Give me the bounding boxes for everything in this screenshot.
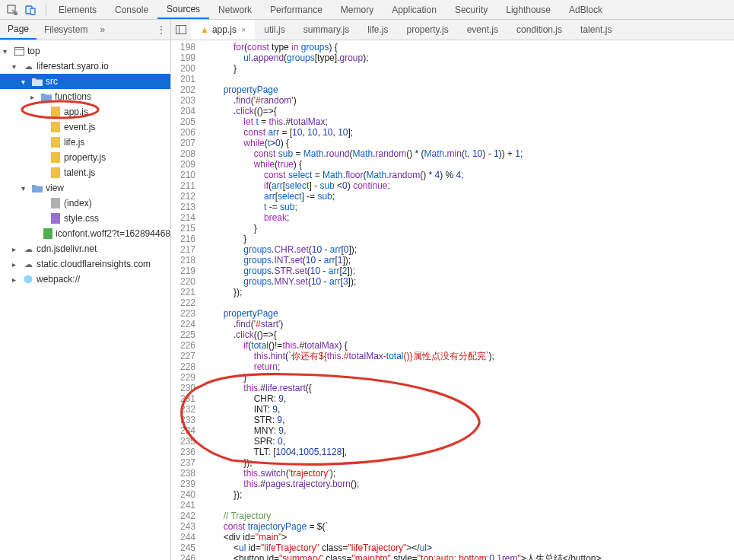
more-tabs-icon[interactable]: »: [95, 24, 110, 35]
open-file-tabs: ▲app.js×util.jssummary.jslife.jsproperty…: [191, 20, 621, 40]
file-navigator[interactable]: ▾ top ▾ ☁ liferestart.syaro.io ▾ src ▸ f…: [0, 40, 171, 560]
file-tab-event-js[interactable]: event.js: [458, 20, 507, 40]
file-tab-label: app.js: [212, 24, 237, 35]
tree-domain[interactable]: ▸ webpack://: [0, 272, 170, 287]
tree-folder-view[interactable]: ▾ view: [0, 180, 170, 196]
tree-label: static.cloudflareinsights.com: [37, 259, 151, 269]
svg-rect-14: [43, 228, 52, 239]
file-icon: [50, 198, 61, 208]
devtools-tab-security[interactable]: Security: [446, 0, 497, 19]
tree-label: cdn.jsdelivr.net: [37, 243, 97, 254]
tree-folder-src[interactable]: ▾ src: [0, 74, 170, 89]
file-tab-condition-js[interactable]: condition.js: [507, 20, 571, 40]
close-icon[interactable]: ×: [241, 25, 246, 34]
folder-icon: [32, 183, 43, 193]
folder-icon: [41, 91, 52, 102]
device-toggle-icon[interactable]: [23, 2, 38, 18]
line-gutter: 1981992002012022032042052062072082092102…: [171, 40, 203, 560]
editor-toolbar: ▲app.js×util.jssummary.jslife.jsproperty…: [171, 20, 621, 40]
tree-label: event.js: [64, 122, 95, 132]
tree-file-event-js[interactable]: event.js: [0, 119, 170, 135]
file-tab-label: summary.js: [303, 24, 349, 35]
warning-icon: ▲: [200, 24, 209, 35]
tree-label: functions: [55, 91, 91, 102]
cloud-icon: ☁: [23, 243, 33, 254]
code-editor[interactable]: 1981992002012022032042052062072082092102…: [171, 40, 734, 560]
tree-file-talent-js[interactable]: talent.js: [0, 165, 170, 180]
devtools-tab-adblock[interactable]: AdBlock: [560, 0, 612, 19]
js-file-icon: [50, 122, 61, 132]
tree-label: talent.js: [64, 167, 95, 178]
file-tab-label: condition.js: [516, 24, 562, 35]
tree-label: iconfont.woff2?t=162894468: [56, 228, 170, 239]
devtools-tab-console[interactable]: Console: [106, 0, 157, 19]
svg-rect-8: [51, 122, 60, 132]
devtools-tab-lighthouse[interactable]: Lighthouse: [497, 0, 560, 19]
file-tab-util-js[interactable]: util.js: [255, 20, 294, 40]
devtools-header: ElementsConsoleSourcesNetworkPerformance…: [0, 0, 734, 20]
tree-label: life.js: [64, 137, 84, 148]
file-tab-app-js[interactable]: ▲app.js×: [191, 20, 255, 40]
tree-label: view: [46, 183, 64, 193]
js-file-icon: [50, 167, 61, 178]
code-content[interactable]: for(const type in groups) { ul.append(gr…: [203, 40, 734, 560]
inspect-icon[interactable]: [5, 2, 20, 18]
js-file-icon: [50, 152, 61, 163]
file-tab-label: util.js: [264, 24, 284, 35]
webpack-icon: [23, 274, 33, 285]
devtools-tab-performance[interactable]: Performance: [261, 0, 332, 19]
tree-file-life-js[interactable]: life.js: [0, 135, 170, 150]
file-tab-label: property.js: [407, 24, 449, 35]
js-file-icon: [50, 107, 61, 117]
toggle-navigator-icon[interactable]: [171, 25, 191, 34]
tree-file[interactable]: style.css: [0, 211, 170, 226]
file-tab-label: life.js: [367, 24, 388, 35]
file-tab-property-js[interactable]: property.js: [398, 20, 458, 40]
svg-rect-3: [176, 26, 186, 34]
tree-file[interactable]: (index): [0, 196, 170, 211]
tree-folder-functions[interactable]: ▸ functions: [0, 89, 170, 104]
tree-file[interactable]: iconfont.woff2?t=162894468: [0, 226, 170, 241]
tree-label: src: [46, 76, 58, 87]
file-tab-talent-js[interactable]: talent.js: [571, 20, 621, 40]
file-tab-life-js[interactable]: life.js: [358, 20, 397, 40]
devtools-tab-elements[interactable]: Elements: [49, 0, 106, 19]
file-tab-summary-js[interactable]: summary.js: [294, 20, 358, 40]
navigator-tab-filesystem[interactable]: Filesystem: [37, 20, 95, 40]
svg-rect-11: [51, 167, 60, 178]
tree-domain[interactable]: ▸ ☁ static.cloudflareinsights.com: [0, 256, 170, 272]
tree-domain[interactable]: ▸ ☁ cdn.jsdelivr.net: [0, 241, 170, 256]
file-tab-label: event.js: [467, 24, 498, 35]
svg-rect-13: [51, 213, 60, 224]
file-tab-label: talent.js: [580, 24, 612, 35]
js-file-icon: [50, 137, 61, 148]
devtools-tab-memory[interactable]: Memory: [332, 0, 383, 19]
tree-label: top: [27, 46, 40, 56]
navigator-menu-icon[interactable]: ⋮: [152, 24, 170, 35]
file-icon: [43, 228, 52, 239]
tree-label: liferestart.syaro.io: [37, 61, 109, 72]
devtools-tab-sources[interactable]: Sources: [157, 0, 209, 19]
devtools-tab-application[interactable]: Application: [383, 0, 446, 19]
tree-file-property-js[interactable]: property.js: [0, 150, 170, 165]
navigator-tabs: PageFilesystem » ⋮: [0, 20, 171, 40]
devtools-panel-tabs: ElementsConsoleSourcesNetworkPerformance…: [49, 0, 612, 19]
navigator-tab-page[interactable]: Page: [0, 20, 37, 40]
tree-file-app-js[interactable]: app.js: [0, 104, 170, 119]
tree-label: app.js: [64, 107, 88, 117]
tree-top[interactable]: ▾ top: [0, 43, 170, 59]
tree-label: webpack://: [37, 274, 80, 285]
svg-rect-9: [51, 137, 60, 148]
devtools-tab-network[interactable]: Network: [209, 0, 261, 19]
cloud-icon: ☁: [23, 259, 33, 269]
svg-rect-2: [30, 8, 35, 14]
sources-subheader: PageFilesystem » ⋮ ▲app.js×util.jssummar…: [0, 20, 734, 40]
tree-label: (index): [64, 198, 92, 208]
svg-rect-5: [14, 47, 24, 55]
tree-label: style.css: [64, 213, 99, 224]
tree-domain[interactable]: ▾ ☁ liferestart.syaro.io: [0, 59, 170, 74]
folder-icon: [32, 76, 43, 87]
svg-rect-10: [51, 152, 60, 163]
svg-rect-7: [51, 107, 60, 117]
svg-rect-12: [51, 198, 60, 208]
